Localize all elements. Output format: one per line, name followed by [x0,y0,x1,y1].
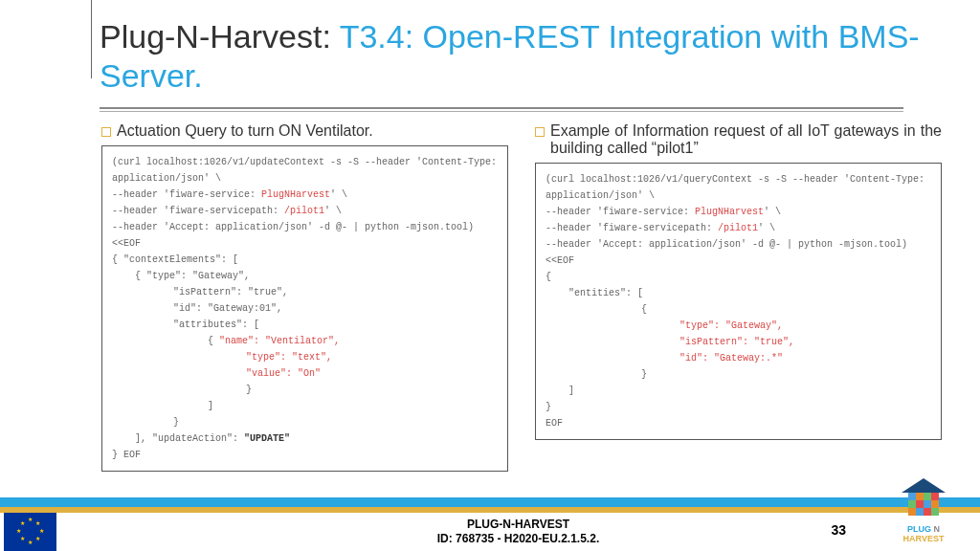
code-line: { [546,269,931,285]
right-heading: Example of Information request of all Io… [550,122,942,157]
title-subrule [100,111,903,112]
code-line: "attributes": [ [112,317,498,333]
page-number: 33 [831,522,846,538]
code-line: "id": "Gateway:01", [112,300,498,317]
house-icon [902,484,946,518]
slide-title: Plug-N-Harvest: T3.4: Open-REST Integrat… [100,17,980,96]
bullet-icon [101,127,111,137]
code-line: "type": "text", [112,349,498,365]
code-line: } [546,399,931,415]
code-line: { "name": "Ventilator", [112,333,498,349]
code-line: (curl localhost:1026/v1/queryContext -s … [546,171,931,204]
logo-text: PLUG N HARVEST [890,524,957,543]
code-line: "entities": [ [546,285,931,301]
bullet-icon [535,127,545,137]
code-line: --header 'fiware-service: PlugNHarvest' … [112,187,498,203]
eu-flag-icon: ★★ ★★ ★★ ★★ [4,513,56,551]
code-line: ] [112,398,498,414]
plug-harvest-logo: PLUG N HARVEST [890,484,957,543]
code-line: "type": "Gateway", [546,318,931,334]
left-heading: Actuation Query to turn ON Ventilator. [117,122,373,140]
title-divider [91,0,92,78]
left-column: Actuation Query to turn ON Ventilator. (… [101,122,508,472]
code-line: ], "updateAction": "UPDATE" [112,430,498,447]
code-line: } [112,414,498,430]
band-blue [0,497,980,507]
code-line: { "type": "Gateway", [112,268,498,284]
code-line: EOF [546,415,931,431]
code-line: } [112,382,498,398]
code-line: --header 'fiware-servicepath: /pilot1' \ [112,203,498,219]
code-line: "value": "On" [112,365,498,382]
code-line: --header 'Accept: application/json' -d @… [112,219,498,252]
title-rule [100,107,903,109]
right-column: Example of Information request of all Io… [535,122,942,472]
code-line: { [546,301,931,318]
right-code-box: (curl localhost:1026/v1/queryContext -s … [535,163,942,440]
title-prefix: Plug-N-Harvest: [100,18,340,55]
code-line: "id": "Gateway:.*" [546,350,931,366]
left-code-box: (curl localhost:1026/v1/updateContext -s… [101,145,508,472]
code-line: --header 'fiware-service: PlugNHarvest' … [546,204,931,220]
code-line: --header 'fiware-servicepath: /pilot1' \ [546,220,931,236]
code-line: "isPattern": "true", [546,334,931,350]
code-line: (curl localhost:1026/v1/updateContext -s… [112,154,498,187]
code-line: { "contextElements": [ [112,252,498,268]
code-line: } [546,366,931,383]
code-line: --header 'Accept: application/json' -d @… [546,236,931,269]
code-line: "isPattern": "true", [112,284,498,300]
code-line: } EOF [112,447,498,463]
code-line: ] [546,383,931,399]
